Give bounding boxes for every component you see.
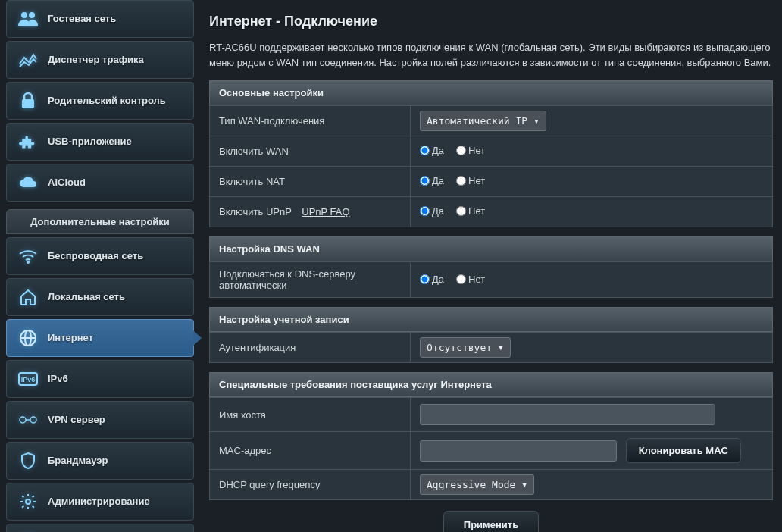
- svg-point-1: [29, 12, 35, 18]
- account-settings-table: Аутентификация Отсутствует ▾: [209, 332, 773, 363]
- svg-point-0: [21, 12, 27, 18]
- enable-upnp-label-cell: Включить UPnP UPnP FAQ: [210, 197, 411, 227]
- wan-type-select[interactable]: Автоматический IP ▾: [420, 111, 546, 131]
- sidebar-item-vpn-server[interactable]: VPN сервер: [6, 401, 194, 439]
- sidebar-item-aicloud[interactable]: AiCloud: [6, 164, 194, 202]
- sidebar-item-label: Родительский контроль: [48, 95, 166, 107]
- dhcp-freq-select[interactable]: Aggressive Mode ▾: [420, 474, 534, 495]
- sidebar-item-wireless[interactable]: Беспроводная сеть: [6, 237, 194, 275]
- wifi-icon: [17, 246, 39, 267]
- isp-settings-table: Имя хоста MAC-адрес Клонировать MAC DHCP…: [209, 397, 773, 500]
- cloud-icon: [17, 172, 39, 193]
- enable-upnp-label: Включить UPnP: [219, 206, 292, 217]
- puzzle-icon: [17, 131, 39, 152]
- svg-rect-2: [22, 99, 34, 108]
- sidebar-item-label: Администрирование: [48, 496, 150, 508]
- sidebar-item-label: USB-приложение: [48, 136, 132, 148]
- svg-point-3: [27, 261, 30, 264]
- globe-icon: [17, 327, 39, 349]
- mac-address-label: MAC-адрес: [210, 432, 411, 470]
- enable-wan-no[interactable]: Нет: [456, 145, 485, 156]
- gear-icon: [17, 491, 39, 512]
- sidebar-item-label: VPN сервер: [48, 414, 105, 426]
- sidebar-item-internet[interactable]: Интернет: [6, 319, 194, 357]
- section-header-account: Настройка учетной записи: [209, 307, 773, 332]
- sidebar-item-usb-application[interactable]: USB-приложение: [6, 123, 194, 161]
- enable-nat-yes[interactable]: Да: [420, 175, 444, 186]
- sidebar-item-ipv6[interactable]: IPv6 IPv6: [6, 360, 194, 398]
- enable-nat-no[interactable]: Нет: [456, 175, 485, 186]
- clone-mac-button[interactable]: Клонировать MAC: [626, 438, 741, 463]
- enable-wan-radio-group: Да Нет: [420, 145, 493, 156]
- apply-row: Применить: [209, 500, 773, 532]
- house-icon: [17, 286, 39, 308]
- sidebar-item-firewall[interactable]: Брандмауэр: [6, 442, 194, 480]
- chart-icon: [17, 49, 39, 70]
- section-header-basic: Основные настройки: [209, 80, 773, 105]
- auto-dns-no[interactable]: Нет: [456, 274, 485, 285]
- sidebar-item-label: Брандмауэр: [48, 455, 108, 467]
- sidebar: Гостевая сеть Диспетчер трафика Родитель…: [0, 0, 200, 532]
- upnp-faq-link[interactable]: UPnP FAQ: [302, 206, 349, 217]
- auto-dns-radio-group: Да Нет: [420, 274, 493, 285]
- enable-upnp-yes[interactable]: Да: [420, 205, 444, 217]
- ipv6-icon: IPv6: [17, 368, 39, 390]
- lock-icon: [17, 90, 39, 111]
- enable-upnp-radio-group: Да Нет: [420, 205, 493, 217]
- wan-type-label: Тип WAN-подключения: [210, 106, 411, 136]
- sidebar-item-parental-controls[interactable]: Родительский контроль: [6, 82, 194, 120]
- auto-dns-label: Подключаться к DNS-серверу автоматически: [210, 262, 411, 298]
- sidebar-item-traffic-manager[interactable]: Диспетчер трафика: [6, 41, 194, 79]
- users-icon: [17, 8, 39, 30]
- shield-icon: [17, 450, 39, 471]
- auth-select[interactable]: Отсутствует ▾: [420, 337, 511, 358]
- host-name-input[interactable]: [420, 404, 715, 425]
- auth-label: Аутентификация: [210, 333, 411, 363]
- host-name-label: Имя хоста: [210, 398, 411, 432]
- sidebar-item-label: Гостевая сеть: [48, 13, 116, 25]
- enable-upnp-no[interactable]: Нет: [456, 205, 485, 217]
- sidebar-item-guest-network[interactable]: Гостевая сеть: [6, 0, 194, 38]
- svg-point-10: [30, 417, 36, 423]
- sidebar-item-label: Беспроводная сеть: [48, 250, 143, 262]
- sidebar-item-system-log[interactable]: Системный журнал: [6, 524, 194, 532]
- vpn-icon: [17, 409, 39, 430]
- basic-settings-table: Тип WAN-подключения Автоматический IP ▾ …: [209, 105, 773, 227]
- sidebar-item-lan[interactable]: Локальная сеть: [6, 278, 194, 316]
- page-description: RT-AC66U поддерживает несколько типов по…: [209, 40, 773, 70]
- auto-dns-yes[interactable]: Да: [420, 274, 444, 285]
- sidebar-item-label: Диспетчер трафика: [48, 54, 144, 66]
- sidebar-item-label: Интернет: [48, 332, 93, 344]
- svg-text:IPv6: IPv6: [21, 376, 36, 383]
- sidebar-item-administration[interactable]: Администрирование: [6, 483, 194, 521]
- sidebar-item-label: IPv6: [48, 373, 68, 385]
- section-header-isp: Специальные требования поставщика услуг …: [209, 372, 773, 397]
- enable-wan-label: Включить WAN: [210, 136, 411, 167]
- svg-point-12: [26, 499, 30, 504]
- enable-nat-label: Включить NAT: [210, 167, 411, 197]
- dns-settings-table: Подключаться к DNS-серверу автоматически…: [209, 261, 773, 298]
- sidebar-section-title: Дополнительные настройки: [6, 209, 194, 234]
- mac-address-input[interactable]: [420, 440, 617, 462]
- sidebar-item-label: Локальная сеть: [48, 291, 125, 303]
- svg-point-9: [20, 417, 26, 423]
- dhcp-freq-label: DHCP query frequency: [210, 470, 411, 500]
- section-header-dns: Настройка DNS WAN: [209, 236, 773, 261]
- main-content: Интернет - Подключение RT-AC66U поддержи…: [200, 0, 782, 532]
- enable-wan-yes[interactable]: Да: [420, 145, 444, 156]
- enable-nat-radio-group: Да Нет: [420, 175, 493, 186]
- sidebar-item-label: AiCloud: [48, 177, 86, 189]
- apply-button[interactable]: Применить: [443, 511, 539, 532]
- page-title: Интернет - Подключение: [209, 14, 773, 30]
